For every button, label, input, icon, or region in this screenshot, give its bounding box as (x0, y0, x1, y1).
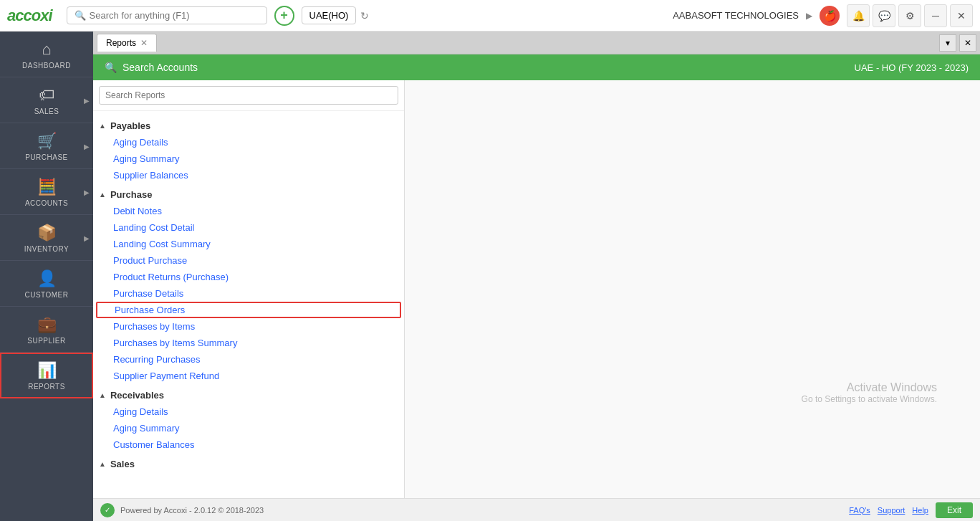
close-button[interactable]: ✕ (950, 4, 973, 27)
tab-reports[interactable]: Reports ✕ (97, 34, 157, 52)
top-bar: accoxi 🔍 + UAE(HO) ↻ AABASOFT TECHNOLOGI… (0, 0, 980, 32)
tab-dropdown-btn[interactable]: ▾ (939, 34, 956, 52)
refresh-icon[interactable]: ↻ (360, 10, 369, 21)
sidebar-item-inventory[interactable]: 📦 INVENTORY ▶ (0, 215, 93, 261)
tree-item-aging-summary-rec[interactable]: Aging Summary (93, 420, 404, 436)
avatar[interactable]: 🍎 (820, 6, 840, 26)
tree-item-landing-cost-detail[interactable]: Landing Cost Detail (93, 219, 404, 236)
tree-group-header-purchase[interactable]: ▲ Purchase (93, 186, 404, 203)
footer-logo: ✓ (100, 503, 115, 517)
sidebar-label-supplier: SUPPLIER (27, 337, 65, 345)
sidebar-item-reports[interactable]: 📊 REPORTS (0, 353, 93, 398)
receivables-toggle: ▲ (99, 391, 106, 399)
top-icons: 🔔 💬 ⚙ ─ ✕ (847, 4, 973, 27)
tree-group-header-receivables[interactable]: ▲ Receivables (93, 387, 404, 403)
tree-item-purchase-details[interactable]: Purchase Details (93, 285, 404, 302)
footer: ✓ Powered by Accoxi - 2.0.12 © 2018-2023… (93, 498, 980, 521)
sidebar-label-dashboard: DASHBOARD (22, 62, 71, 70)
tree-search-container (93, 80, 404, 111)
footer-help-link[interactable]: Help (912, 506, 928, 515)
sidebar-label-inventory: INVENTORY (24, 245, 69, 253)
reports-panel: 🔍 Search Accounts UAE - HO (FY 2023 - 20… (93, 54, 980, 498)
tab-bar: Reports ✕ ▾ ✕ (93, 32, 980, 54)
tree-item-aging-summary-pay[interactable]: Aging Summary (93, 150, 404, 167)
footer-support-link[interactable]: Support (878, 506, 905, 515)
app-logo: accoxi (7, 6, 52, 25)
notifications-icon[interactable]: 🔔 (847, 4, 870, 27)
tree-item-purchase-orders[interactable]: Purchase Orders (96, 302, 401, 318)
purchase-arrow: ▶ (84, 142, 90, 150)
global-search[interactable]: 🔍 (67, 6, 267, 24)
search-accounts-label[interactable]: 🔍 Search Accounts (105, 62, 198, 73)
sales-label: Sales (110, 459, 135, 469)
tree-item-product-purchase[interactable]: Product Purchase (93, 252, 404, 269)
tree-item-customer-balances[interactable]: Customer Balances (93, 436, 404, 453)
sidebar-item-accounts[interactable]: 🧮 ACCOUNTS ▶ (0, 169, 93, 215)
sidebar-item-supplier[interactable]: 💼 SUPPLIER (0, 307, 93, 353)
main-layout: ⌂ DASHBOARD 🏷 SALES ▶ 🛒 PURCHASE ▶ 🧮 ACC… (0, 32, 980, 521)
accounts-arrow: ▶ (84, 188, 90, 196)
sidebar-label-accounts: ACCOUNTS (25, 199, 68, 207)
exit-button[interactable]: Exit (936, 502, 973, 518)
purchase-toggle: ▲ (99, 191, 106, 199)
sidebar-item-purchase[interactable]: 🛒 PURCHASE ▶ (0, 123, 93, 169)
tree-item-supplier-payment-refund[interactable]: Supplier Payment Refund (93, 368, 404, 384)
tree-item-purchases-by-items[interactable]: Purchases by Items (93, 318, 404, 335)
watermark-line1: Activate Windows (405, 381, 937, 394)
sales-toggle: ▲ (99, 460, 106, 468)
watermark-line2: Go to Settings to activate Windows. (405, 394, 937, 404)
sidebar-item-customer[interactable]: 👤 CUSTOMER (0, 261, 93, 307)
region-selector[interactable]: UAE(HO) (302, 6, 357, 24)
reports-icon: 📊 (37, 361, 57, 380)
tree-group-receivables: ▲ Receivables Aging Details Aging Summar… (93, 387, 404, 453)
main-content-area: Activate Windows Go to Settings to activ… (405, 80, 980, 498)
tree-item-product-returns-purchase[interactable]: Product Returns (Purchase) (93, 269, 404, 285)
sales-icon: 🏷 (39, 86, 54, 105)
sidebar-label-sales: SALES (34, 107, 59, 115)
dashboard-icon: ⌂ (42, 40, 51, 59)
sidebar: ⌂ DASHBOARD 🏷 SALES ▶ 🛒 PURCHASE ▶ 🧮 ACC… (0, 32, 93, 521)
minimize-button[interactable]: ─ (924, 4, 947, 27)
sidebar-label-customer: CUSTOMER (24, 291, 68, 299)
sidebar-label-purchase: PURCHASE (25, 153, 68, 161)
payables-toggle: ▲ (99, 122, 106, 130)
receivables-label: Receivables (110, 390, 164, 401)
tree-group-payables: ▲ Payables Aging Details Aging Summary S… (93, 118, 404, 183)
tree-group-header-payables[interactable]: ▲ Payables (93, 118, 404, 134)
sidebar-item-dashboard[interactable]: ⌂ DASHBOARD (0, 32, 93, 77)
search-input[interactable] (90, 10, 247, 21)
tree-group-sales: ▲ Sales (93, 456, 404, 472)
tree-item-landing-cost-summary[interactable]: Landing Cost Summary (93, 236, 404, 252)
footer-faq-link[interactable]: FAQ's (849, 506, 870, 515)
payables-label: Payables (110, 120, 150, 131)
reports-body: ▲ Payables Aging Details Aging Summary S… (93, 80, 980, 498)
search-icon-header: 🔍 (105, 62, 117, 73)
customer-icon: 👤 (37, 269, 57, 288)
search-icon: 🔍 (75, 10, 86, 21)
tree-item-supplier-balances[interactable]: Supplier Balances (93, 167, 404, 183)
tab-close-all-btn[interactable]: ✕ (959, 34, 976, 52)
watermark: Activate Windows Go to Settings to activ… (405, 367, 951, 419)
region-label: UAE(HO) (309, 10, 349, 21)
sales-arrow: ▶ (84, 96, 90, 104)
company-name: AABASOFT TECHNOLOGIES (673, 10, 799, 21)
company-arrow: ▶ (806, 11, 812, 21)
tab-close-reports[interactable]: ✕ (140, 38, 148, 48)
period-label: UAE - HO (FY 2023 - 2023) (855, 62, 969, 73)
tree-group-header-sales[interactable]: ▲ Sales (93, 456, 404, 472)
add-button[interactable]: + (274, 6, 294, 26)
messages-icon[interactable]: 💬 (873, 4, 895, 27)
settings-icon[interactable]: ⚙ (898, 4, 921, 27)
tree-group-purchase: ▲ Purchase Debit Notes Landing Cost Deta… (93, 186, 404, 384)
tree-item-debit-notes[interactable]: Debit Notes (93, 203, 404, 219)
tree-item-purchases-by-items-summary[interactable]: Purchases by Items Summary (93, 335, 404, 351)
tree-panel: ▲ Payables Aging Details Aging Summary S… (93, 80, 405, 498)
tree-item-aging-details-pay[interactable]: Aging Details (93, 134, 404, 150)
tree-search-input[interactable] (99, 86, 398, 105)
sidebar-label-reports: REPORTS (28, 383, 65, 391)
tree-item-aging-details-rec[interactable]: Aging Details (93, 403, 404, 420)
inventory-arrow: ▶ (84, 234, 90, 242)
sidebar-item-sales[interactable]: 🏷 SALES ▶ (0, 77, 93, 123)
tree-item-recurring-purchases[interactable]: Recurring Purchases (93, 351, 404, 368)
tab-controls: ▾ ✕ (939, 34, 976, 52)
